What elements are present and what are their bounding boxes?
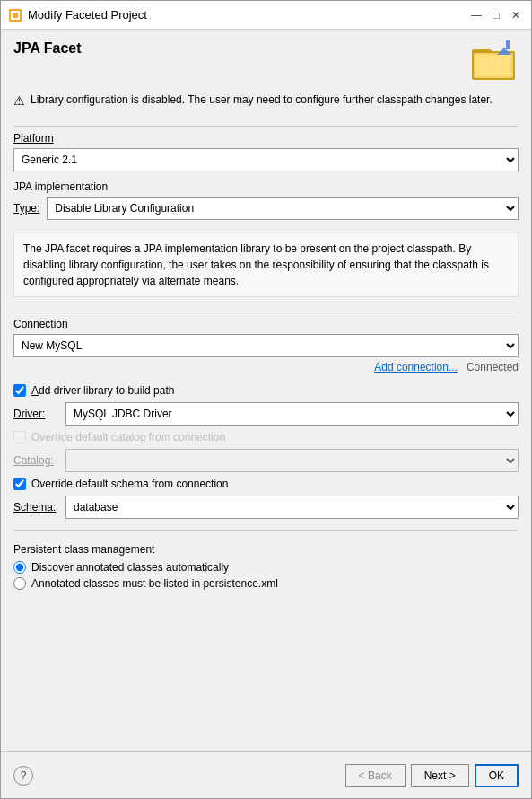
- main-window: Modify Faceted Project — □ ✕ JPA Facet: [0, 0, 532, 799]
- platform-select[interactable]: Generic 2.1: [13, 148, 519, 171]
- title-bar-controls: — □ ✕: [468, 7, 524, 23]
- footer: ? < Back Next > OK: [1, 751, 531, 798]
- add-driver-row: Add driver library to build path: [13, 384, 519, 397]
- divider-1: [13, 126, 519, 127]
- schema-row: Schema: database: [13, 496, 519, 519]
- jpa-implementation-label: JPA implementation: [13, 180, 519, 193]
- maximize-button[interactable]: □: [488, 7, 504, 23]
- title-bar-left: Modify Faceted Project: [8, 8, 147, 22]
- title-bar: Modify Faceted Project — □ ✕: [1, 1, 531, 30]
- window-title: Modify Faceted Project: [28, 8, 147, 22]
- override-catalog-row: Override default catalog from connection: [13, 431, 519, 443]
- page-title: JPA Facet: [13, 40, 82, 57]
- radio-listed-label: Annotated classes must be listed in pers…: [31, 577, 278, 590]
- connection-actions: Add connection... Connected: [13, 361, 519, 373]
- override-catalog-checkbox[interactable]: [13, 431, 26, 443]
- svg-rect-8: [506, 40, 510, 49]
- radio-listed-row: Annotated classes must be listed in pers…: [13, 577, 519, 590]
- schema-select[interactable]: database: [65, 496, 519, 519]
- persistent-title: Persistent class management: [13, 543, 519, 556]
- override-catalog-label: Override default catalog from connection: [31, 431, 225, 443]
- folder-icon: [472, 40, 519, 83]
- divider-2: [13, 312, 519, 312]
- radio-listed[interactable]: [13, 577, 26, 590]
- override-schema-row: Override default schema from connection: [13, 478, 519, 490]
- next-button[interactable]: Next >: [411, 764, 469, 787]
- radio-discover-row: Discover annotated classes automatically: [13, 561, 519, 574]
- ok-button[interactable]: OK: [475, 764, 519, 787]
- schema-label: Schema:: [13, 501, 58, 514]
- catalog-label: Catalog:: [13, 454, 58, 467]
- connection-section-label: Connection: [13, 318, 519, 330]
- driver-select[interactable]: MySQL JDBC Driver: [65, 402, 519, 426]
- warning-text: Library configuration is disabled. The u…: [31, 92, 493, 108]
- minimize-button[interactable]: —: [468, 7, 484, 23]
- jpa-implementation-section: JPA implementation Type: Disable Library…: [13, 180, 519, 224]
- catalog-select[interactable]: [65, 449, 519, 472]
- platform-section: Platform Generic 2.1: [13, 132, 519, 171]
- add-driver-label: Add driver library to build path: [31, 384, 174, 397]
- description-box: The JPA facet requires a JPA implementat…: [13, 233, 519, 297]
- connection-select[interactable]: New MySQL: [13, 334, 519, 357]
- window-icon: [8, 8, 22, 22]
- type-row: Type: Disable Library Configuration: [13, 197, 519, 220]
- warning-box: ⚠ Library configuration is disabled. The…: [13, 91, 519, 110]
- add-driver-label-text: dd driver library to build path: [39, 384, 174, 397]
- driver-label: Driver:: [13, 408, 58, 420]
- svg-rect-2: [13, 13, 18, 18]
- add-connection-button[interactable]: Add connection...: [374, 361, 458, 373]
- type-label: Type:: [13, 202, 39, 215]
- connection-section: Connection New MySQL Add connection... C…: [13, 318, 519, 379]
- platform-label: Platform: [13, 132, 519, 145]
- catalog-row: Catalog:: [13, 449, 519, 472]
- content-area: JPA Facet ⚠ Library configuration is dis…: [1, 30, 531, 751]
- footer-right: < Back Next > OK: [345, 764, 519, 787]
- override-schema-label: Override default schema from connection: [31, 478, 228, 490]
- radio-discover[interactable]: [13, 561, 26, 574]
- page-header: JPA Facet: [13, 40, 519, 83]
- svg-rect-6: [475, 55, 511, 76]
- connected-status: Connected: [467, 361, 519, 373]
- radio-discover-label: Discover annotated classes automatically: [31, 561, 229, 574]
- close-button[interactable]: ✕: [508, 7, 524, 23]
- help-button[interactable]: ?: [13, 766, 33, 786]
- footer-left: ?: [13, 766, 33, 786]
- jpa-type-select[interactable]: Disable Library Configuration: [47, 197, 519, 220]
- warning-icon: ⚠: [13, 93, 25, 108]
- override-schema-checkbox[interactable]: [13, 478, 26, 490]
- add-driver-label-underline: A: [31, 384, 39, 397]
- driver-row: Driver: MySQL JDBC Driver: [13, 402, 519, 426]
- back-button[interactable]: < Back: [345, 764, 406, 787]
- persistent-section: Persistent class management Discover ann…: [13, 543, 519, 593]
- divider-3: [13, 530, 519, 531]
- add-driver-checkbox[interactable]: [13, 384, 26, 397]
